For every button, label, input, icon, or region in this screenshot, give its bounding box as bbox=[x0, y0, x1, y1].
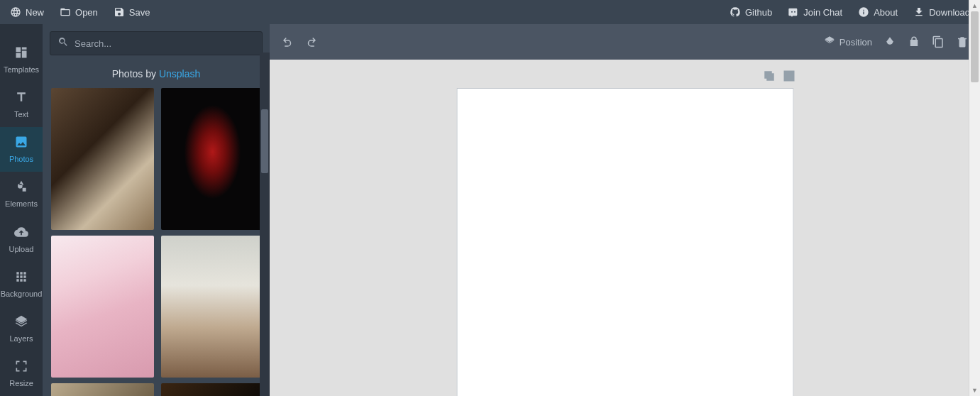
download-button[interactable]: Download bbox=[913, 6, 970, 18]
background-icon bbox=[14, 270, 28, 285]
open-button[interactable]: Open bbox=[60, 6, 98, 18]
topbar: New Open Save Github Join Chat bbox=[0, 0, 980, 24]
heading-prefix: Photos by bbox=[112, 68, 159, 79]
layers-icon bbox=[824, 35, 835, 49]
save-label: Save bbox=[129, 7, 150, 18]
search-icon bbox=[57, 36, 69, 50]
info-icon bbox=[858, 6, 869, 18]
panel-heading: Photos by Unsplash bbox=[43, 62, 270, 88]
canvas-area: Position bbox=[270, 24, 980, 396]
elements-icon bbox=[14, 180, 28, 195]
duplicate-button[interactable] bbox=[932, 35, 945, 48]
photo-thumbnail[interactable] bbox=[161, 236, 264, 378]
photo-thumbnail[interactable] bbox=[161, 88, 264, 230]
sidebar-item-label: Elements bbox=[5, 199, 38, 208]
page-scrollbar[interactable]: ▲ ▼ bbox=[969, 0, 980, 396]
unsplash-link[interactable]: Unsplash bbox=[159, 68, 200, 79]
download-icon bbox=[913, 6, 925, 18]
workspace[interactable] bbox=[270, 60, 980, 396]
panel-scrollbar[interactable] bbox=[260, 53, 270, 396]
main: Templates Text Photos Elements Upload bbox=[0, 24, 980, 396]
scroll-up-arrow[interactable]: ▲ bbox=[969, 0, 980, 11]
panel-scrollbar-thumb[interactable] bbox=[261, 109, 268, 173]
join-chat-label: Join Chat bbox=[803, 7, 842, 18]
discord-icon bbox=[788, 6, 799, 18]
save-icon bbox=[114, 6, 125, 18]
photo-thumbnail[interactable] bbox=[161, 383, 264, 396]
join-chat-link[interactable]: Join Chat bbox=[788, 6, 842, 18]
photos-icon bbox=[14, 135, 28, 150]
action-bar: Position bbox=[270, 24, 980, 60]
sidebar-item-background[interactable]: Background bbox=[0, 261, 43, 306]
canvas-page[interactable] bbox=[456, 88, 793, 396]
sidebar-item-text[interactable]: Text bbox=[0, 82, 43, 126]
sidebar-item-resize[interactable]: Resize bbox=[0, 351, 43, 396]
photo-grid bbox=[51, 88, 264, 396]
new-label: New bbox=[26, 7, 44, 18]
text-icon bbox=[14, 90, 28, 106]
globe-icon bbox=[10, 6, 21, 18]
sidebar-item-label: Photos bbox=[9, 155, 33, 163]
resize-icon bbox=[14, 359, 28, 375]
sidebar-item-templates[interactable]: Templates bbox=[0, 37, 43, 82]
sidebar-item-elements[interactable]: Elements bbox=[0, 172, 43, 216]
photos-panel: Photos by Unsplash ‹ bbox=[43, 24, 270, 396]
sidebar-item-layers[interactable]: Layers bbox=[0, 307, 43, 351]
new-button[interactable]: New bbox=[10, 6, 44, 18]
duplicate-page-button[interactable] bbox=[763, 70, 776, 82]
sidebar-item-label: Background bbox=[1, 290, 43, 298]
sidebar-item-label: Resize bbox=[9, 379, 33, 387]
sidebar-item-upload[interactable]: Upload bbox=[0, 216, 43, 261]
lock-button[interactable] bbox=[908, 35, 920, 48]
sidebar-item-label: Templates bbox=[4, 65, 39, 74]
position-button[interactable]: Position bbox=[824, 35, 872, 49]
search-bar bbox=[50, 31, 263, 55]
about-label: About bbox=[874, 7, 898, 18]
page-scrollbar-thumb[interactable] bbox=[971, 11, 979, 82]
delete-button[interactable] bbox=[956, 35, 969, 48]
position-label: Position bbox=[839, 37, 872, 48]
github-icon bbox=[730, 6, 741, 18]
folder-open-icon bbox=[60, 6, 71, 18]
undo-button[interactable] bbox=[281, 35, 294, 48]
add-page-button[interactable] bbox=[783, 70, 795, 82]
layers-icon bbox=[14, 314, 28, 330]
download-label: Download bbox=[929, 7, 970, 18]
photo-thumbnail[interactable] bbox=[51, 88, 154, 230]
about-link[interactable]: About bbox=[858, 6, 898, 18]
search-input[interactable] bbox=[75, 38, 255, 49]
redo-button[interactable] bbox=[305, 35, 318, 48]
github-label: Github bbox=[745, 7, 772, 18]
sidebar-item-label: Text bbox=[14, 110, 28, 119]
github-link[interactable]: Github bbox=[730, 6, 772, 18]
photo-thumbnail[interactable] bbox=[51, 236, 154, 378]
scroll-down-arrow[interactable]: ▼ bbox=[969, 385, 980, 396]
save-button[interactable]: Save bbox=[114, 6, 150, 18]
sidebar-item-label: Layers bbox=[9, 334, 33, 343]
templates-icon bbox=[14, 45, 28, 61]
opacity-button[interactable] bbox=[883, 35, 896, 48]
open-label: Open bbox=[75, 7, 98, 18]
side-nav: Templates Text Photos Elements Upload bbox=[0, 24, 43, 396]
sidebar-item-label: Upload bbox=[9, 245, 34, 253]
svg-rect-1 bbox=[767, 74, 773, 80]
photo-thumbnail[interactable] bbox=[51, 383, 154, 396]
sidebar-item-photos[interactable]: Photos bbox=[0, 127, 43, 172]
upload-icon bbox=[14, 225, 28, 241]
